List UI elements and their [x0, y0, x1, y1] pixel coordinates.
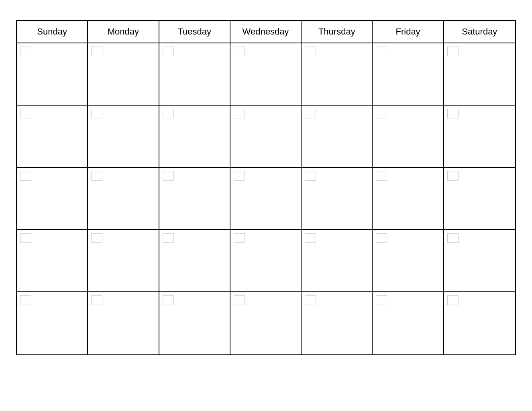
calendar-cell[interactable]	[17, 106, 88, 167]
calendar-cell[interactable]	[373, 168, 444, 229]
calendar-cell[interactable]	[302, 168, 373, 229]
date-number-box	[305, 295, 316, 305]
date-number-box	[305, 233, 316, 243]
calendar-cell[interactable]	[444, 230, 515, 291]
calendar-cell[interactable]	[230, 292, 302, 354]
date-number-box	[234, 109, 245, 118]
date-number-box	[376, 233, 387, 243]
date-number-box	[447, 47, 459, 56]
calendar-body	[17, 43, 515, 354]
date-number-box	[163, 47, 174, 56]
calendar-cell[interactable]	[302, 292, 373, 354]
calendar-cell[interactable]	[159, 292, 230, 354]
date-number-box	[447, 171, 459, 181]
date-number-box	[447, 109, 459, 118]
calendar-week-2	[17, 106, 515, 168]
calendar-cell[interactable]	[444, 43, 515, 105]
calendar-cell[interactable]	[302, 106, 373, 167]
date-number-box	[234, 171, 245, 181]
date-number-box	[447, 295, 459, 305]
calendar-week-1	[17, 43, 515, 106]
calendar-cell[interactable]	[88, 230, 159, 291]
date-number-box	[91, 109, 102, 118]
calendar-cell[interactable]	[17, 230, 88, 291]
calendar-cell[interactable]	[88, 43, 159, 105]
calendar-cell[interactable]	[230, 43, 302, 105]
day-header-tuesday: Tuesday	[159, 21, 230, 43]
date-number-box	[447, 233, 459, 243]
calendar-cell[interactable]	[373, 43, 444, 105]
day-header-sunday: Sunday	[17, 21, 88, 43]
day-header-saturday: Saturday	[444, 21, 515, 43]
calendar-cell[interactable]	[373, 292, 444, 354]
calendar-cell[interactable]	[444, 106, 515, 167]
date-number-box	[163, 171, 174, 181]
date-number-box	[163, 295, 174, 305]
date-number-box	[163, 109, 174, 118]
calendar-cell[interactable]	[159, 230, 230, 291]
calendar-cell[interactable]	[17, 168, 88, 229]
date-number-box	[20, 47, 31, 56]
calendar-cell[interactable]	[159, 168, 230, 229]
date-number-box	[20, 171, 31, 181]
calendar-cell[interactable]	[88, 292, 159, 354]
calendar-cell[interactable]	[302, 43, 373, 105]
calendar-cell[interactable]	[17, 43, 88, 105]
date-number-box	[91, 171, 102, 181]
date-number-box	[305, 109, 316, 118]
date-number-box	[376, 295, 387, 305]
date-number-box	[234, 47, 245, 56]
day-header-friday: Friday	[373, 21, 444, 43]
date-number-box	[234, 233, 245, 243]
date-number-box	[305, 47, 316, 56]
date-number-box	[20, 109, 31, 118]
date-number-box	[376, 47, 387, 56]
date-number-box	[234, 295, 245, 305]
calendar-cell[interactable]	[444, 292, 515, 354]
calendar-week-3	[17, 168, 515, 230]
date-number-box	[91, 295, 102, 305]
calendar-cell[interactable]	[230, 106, 302, 167]
calendar-cell[interactable]	[230, 168, 302, 229]
date-number-box	[376, 109, 387, 118]
calendar-cell[interactable]	[159, 43, 230, 105]
calendar-cell[interactable]	[88, 168, 159, 229]
calendar-cell[interactable]	[88, 106, 159, 167]
day-header-monday: Monday	[88, 21, 159, 43]
calendar-cell[interactable]	[373, 106, 444, 167]
calendar-cell[interactable]	[444, 168, 515, 229]
date-number-box	[376, 171, 387, 181]
calendar-cell[interactable]	[302, 230, 373, 291]
date-number-box	[163, 233, 174, 243]
calendar-cell[interactable]	[159, 106, 230, 167]
calendar-cell[interactable]	[230, 230, 302, 291]
calendar-cell[interactable]	[373, 230, 444, 291]
calendar-week-5	[17, 292, 515, 354]
calendar-week-4	[17, 230, 515, 292]
calendar-container: SundayMondayTuesdayWednesdayThursdayFrid…	[16, 20, 516, 355]
calendar-cell[interactable]	[17, 292, 88, 354]
date-number-box	[20, 295, 31, 305]
date-number-box	[20, 233, 31, 243]
date-number-box	[305, 171, 316, 181]
calendar-header: SundayMondayTuesdayWednesdayThursdayFrid…	[17, 21, 515, 43]
date-number-box	[91, 233, 102, 243]
date-number-box	[91, 47, 102, 56]
day-header-thursday: Thursday	[302, 21, 373, 43]
day-header-wednesday: Wednesday	[230, 21, 302, 43]
